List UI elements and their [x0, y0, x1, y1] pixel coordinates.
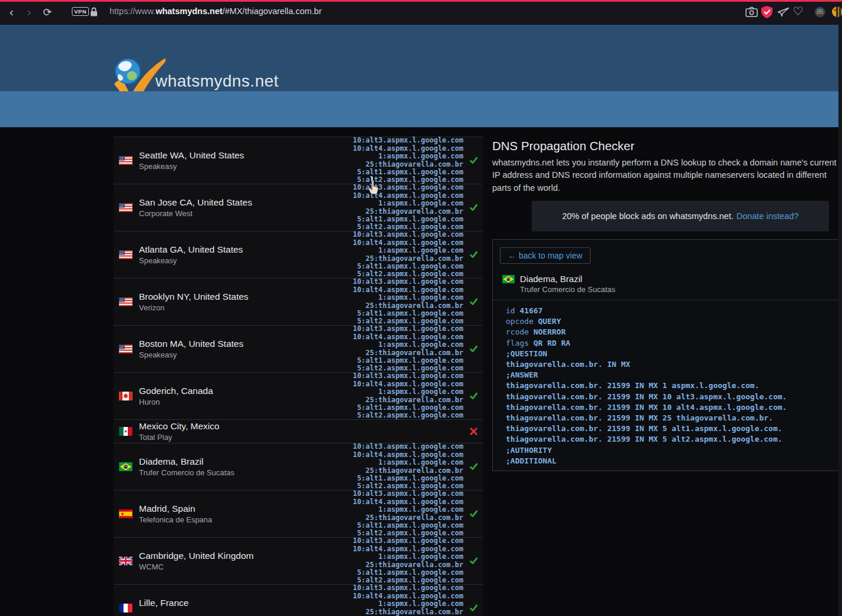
- location-name: Lille, France: [139, 597, 188, 609]
- result-row[interactable]: Boston MA, United StatesSpeakeasy10:alt3…: [114, 326, 483, 373]
- browser-toolbar: ‹ › ⟳ VPN https://www.whatsmydns.net/#MX…: [0, 0, 842, 25]
- mx-records: 10:alt3.aspmx.l.google.com10:alt4.aspmx.…: [353, 137, 463, 184]
- url-bar[interactable]: https://www.whatsmydns.net/#MX/thiagovar…: [110, 6, 321, 16]
- success-check-icon: [469, 392, 478, 400]
- result-row[interactable]: Cambridge, United KingdomWCMC10:alt3.asp…: [114, 538, 483, 585]
- result-row[interactable]: Atlanta GA, United StatesSpeakeasy10:alt…: [114, 231, 483, 279]
- logo-title: whatsmydns.net: [155, 72, 279, 91]
- mx-records: 10:alt3.aspmx.l.google.com10:alt4.aspmx.…: [353, 584, 463, 616]
- flag-ca-icon: [119, 392, 132, 400]
- result-row[interactable]: Madrid, SpainTelefonica de Espana10:alt3…: [114, 491, 483, 538]
- dns-detail-line: thiagovarella.com.br. 21599 IN MX 1 aspm…: [506, 380, 787, 391]
- location-name: Atlanta GA, United States: [139, 244, 243, 256]
- screenshot-camera-icon[interactable]: [745, 6, 758, 20]
- result-row[interactable]: Diadema, BrazilTrufer Comercio de Sucata…: [114, 443, 483, 491]
- forward-icon[interactable]: ›: [27, 5, 31, 19]
- location-name: San Jose CA, United States: [139, 197, 252, 208]
- vpn-badge[interactable]: VPN: [72, 7, 89, 16]
- send-icon[interactable]: [777, 7, 790, 19]
- mx-records: 10:alt3.aspmx.l.google.com10:alt4.aspmx.…: [353, 443, 463, 490]
- dns-detail-line: thiagovarella.com.br. 21599 IN MX 5 alt1…: [506, 423, 787, 434]
- heart-icon[interactable]: ♡: [793, 4, 803, 18]
- location-name: Seattle WA, United States: [139, 150, 244, 161]
- url-domain: whatsmydns.net: [155, 6, 223, 16]
- provider-name: Trufer Comercio de Sucatas: [139, 468, 234, 478]
- result-row[interactable]: Brooklyn NY, United StatesVerizon10:alt3…: [114, 279, 483, 326]
- url-scheme: https://www.: [110, 6, 155, 16]
- success-check-icon: [469, 250, 478, 259]
- adblock-shield-icon[interactable]: [761, 6, 773, 21]
- extension-bee-icon[interactable]: [832, 6, 842, 21]
- page-title: DNS Propagation Checker: [492, 139, 635, 153]
- location-name: Mexico City, Mexico: [139, 420, 220, 432]
- site-header: whatsmydns.net Global DNS Propagation Ch…: [0, 25, 842, 91]
- mx-records: 10:alt3.aspmx.l.google.com10:alt4.aspmx.…: [353, 325, 463, 372]
- dns-detail-line: ;AUTHORITY: [506, 445, 787, 456]
- donate-link[interactable]: Donate instead?: [737, 211, 799, 221]
- dns-detail-panel: ← back to map view Diadema, Brazil Trufe…: [492, 239, 841, 471]
- success-check-icon: [469, 557, 478, 565]
- location-name: Diadema, Brazil: [139, 456, 234, 468]
- back-to-map-button[interactable]: ← back to map view: [500, 247, 591, 264]
- results-list: Seattle WA, United StatesSpeakeasy10:alt…: [114, 137, 483, 616]
- flag-es-icon: [119, 509, 132, 518]
- lock-icon[interactable]: [90, 7, 98, 19]
- dns-detail-line: thiagovarella.com.br. 21599 IN MX 5 alt2…: [506, 434, 787, 445]
- page-description: whatsmydns.net lets you instantly perfor…: [492, 157, 837, 194]
- provider-name: Verizon: [139, 303, 248, 313]
- detail-flag: [502, 275, 515, 283]
- dns-detail-line: flags QR RD RA: [506, 338, 787, 349]
- divider: [493, 300, 841, 300]
- success-check-icon: [469, 345, 478, 353]
- mx-records: 10:alt3.aspmx.l.google.com10:alt4.aspmx.…: [353, 537, 463, 584]
- result-row[interactable]: Goderich, CanadaHuron10:alt3.aspmx.l.goo…: [114, 373, 483, 420]
- location-name: Boston MA, United States: [139, 338, 243, 350]
- flag-us-icon: [119, 203, 132, 212]
- dns-detail-line: thiagovarella.com.br. 21599 IN MX 10 alt…: [506, 402, 787, 413]
- page-scrollbar[interactable]: [838, 25, 842, 616]
- mx-records: 10:alt3.aspmx.l.google.com10:alt4.aspmx.…: [353, 278, 463, 325]
- extension-avatar-icon[interactable]: [814, 6, 826, 20]
- success-check-icon: [469, 509, 478, 518]
- provider-name: [139, 609, 188, 616]
- provider-name: WCMC: [139, 562, 254, 572]
- flag-mx-icon: [119, 427, 132, 436]
- mouse-cursor-hand-icon: [368, 180, 379, 195]
- result-row[interactable]: Mexico City, MexicoTotal Play: [114, 420, 483, 443]
- location-name: Goderich, Canada: [139, 385, 213, 397]
- location-name: Cambridge, United Kingdom: [139, 550, 254, 562]
- provider-name: Speakeasy: [139, 256, 243, 266]
- flag-us-icon: [119, 297, 132, 306]
- url-path: /#MX/thiagovarella.com.br: [223, 6, 321, 16]
- back-icon[interactable]: ‹: [9, 5, 14, 19]
- dns-detail-line: ;ADDITIONAL: [506, 456, 787, 466]
- dns-detail-line: rcode NOERROR: [506, 327, 787, 337]
- reload-icon[interactable]: ⟳: [43, 5, 52, 19]
- provider-name: Speakeasy: [139, 161, 244, 172]
- dns-detail-line: opcode QUERY: [506, 316, 787, 327]
- dns-detail-line: thiagovarella.com.br. IN MX: [506, 359, 787, 370]
- flag-us-icon: [119, 345, 132, 353]
- location-name: Brooklyn NY, United States: [139, 291, 248, 303]
- provider-name: Corporate West: [139, 208, 252, 219]
- location-name: Madrid, Spain: [139, 503, 212, 515]
- dns-detail-line: ;QUESTION: [506, 349, 787, 359]
- dns-detail-line: ;ANSWER: [506, 370, 787, 380]
- provider-name: Telefonica de Espana: [139, 515, 212, 525]
- success-check-icon: [469, 604, 478, 612]
- result-row[interactable]: Lille, France10:alt3.aspmx.l.google.com1…: [114, 585, 483, 616]
- search-band: MX ⚙ Search: [0, 91, 842, 127]
- mx-records: 10:alt3.aspmx.l.google.com10:alt4.aspmx.…: [353, 372, 463, 419]
- dns-detail-line: thiagovarella.com.br. 21599 IN MX 10 alt…: [506, 392, 787, 402]
- error-x-icon: [469, 427, 478, 436]
- mx-records: 10:alt3.aspmx.l.google.com10:alt4.aspmx.…: [353, 490, 463, 537]
- result-row[interactable]: San Jose CA, United StatesCorporate West…: [114, 184, 483, 231]
- success-check-icon: [469, 297, 478, 306]
- provider-name: Speakeasy: [139, 350, 243, 360]
- result-row[interactable]: Seattle WA, United StatesSpeakeasy10:alt…: [114, 137, 483, 184]
- detail-provider: Trufer Comercio de Sucatas: [520, 284, 615, 295]
- browser-accent-line: [0, 0, 842, 2]
- detail-header: Diadema, Brazil Trufer Comercio de Sucat…: [502, 273, 615, 295]
- success-check-icon: [469, 203, 478, 212]
- donation-notice: 20% of people block ads on whatsmydns.ne…: [532, 201, 829, 231]
